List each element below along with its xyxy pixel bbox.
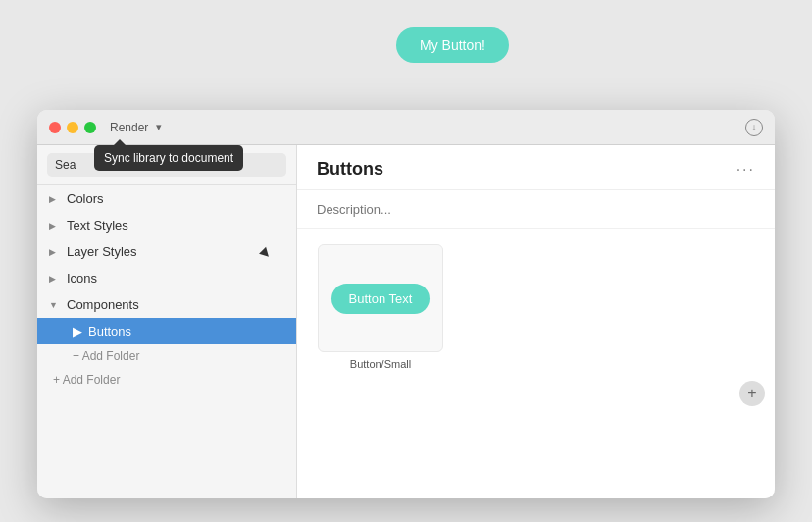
preview-button[interactable]: Button Text (331, 284, 431, 314)
add-component-button[interactable]: + (739, 381, 765, 406)
chevron-icon: ▶ (49, 194, 61, 204)
add-folder-sub-label: + Add Folder (73, 349, 139, 363)
description-input[interactable] (317, 202, 755, 217)
minimize-button[interactable] (67, 122, 78, 133)
sidebar-sub-item-buttons[interactable]: ▶ Buttons (37, 318, 296, 344)
maximize-button[interactable] (84, 122, 96, 133)
add-folder-root[interactable]: + Add Folder (37, 368, 296, 392)
main-window: Render ▾ ↓ ▶ Colors ▶ Text Styles (37, 110, 775, 498)
description-area (297, 190, 775, 229)
download-button[interactable]: ↓ (745, 119, 763, 136)
add-folder-root-label: + Add Folder (53, 373, 120, 387)
sidebar-sub-item-label: Buttons (88, 324, 131, 339)
floating-my-button[interactable]: My Button! (396, 27, 509, 63)
sidebar-item-label: Components (67, 297, 139, 312)
sidebar-item-label: Colors (67, 191, 104, 206)
component-caption: Button/Small (350, 358, 411, 370)
sidebar-item-label: Layer Styles (67, 244, 137, 259)
sidebar-item-layer-styles[interactable]: ▶ Layer Styles (37, 238, 296, 265)
main-header: Buttons ··· (297, 145, 775, 190)
more-options-button[interactable]: ··· (736, 161, 755, 179)
sidebar-item-colors[interactable]: ▶ Colors (37, 185, 296, 212)
sidebar: ▶ Colors ▶ Text Styles ▶ Layer Styles ▶ … (37, 145, 297, 498)
chevron-right-icon: ▶ (73, 324, 82, 339)
sidebar-item-label: Text Styles (67, 218, 128, 233)
component-preview: Button Text (318, 244, 443, 352)
download-icon: ↓ (752, 122, 757, 132)
title-chevron: ▾ (156, 121, 162, 133)
main-panel: Buttons ··· Button Text Button/Small (297, 145, 775, 498)
chevron-icon: ▶ (49, 221, 61, 231)
sidebar-item-components[interactable]: ▼ Components (37, 291, 296, 318)
search-input[interactable] (47, 153, 286, 177)
close-button[interactable] (49, 122, 61, 133)
components-grid: Button Text Button/Small (297, 229, 775, 498)
sidebar-item-text-styles[interactable]: ▶ Text Styles (37, 212, 296, 238)
content-area: ▶ Colors ▶ Text Styles ▶ Layer Styles ▶ … (37, 145, 775, 498)
chevron-icon: ▶ (49, 247, 61, 257)
sidebar-item-label: Icons (67, 271, 97, 286)
panel-title: Buttons (317, 159, 383, 180)
window-title: Render (110, 121, 148, 134)
search-container (37, 145, 296, 185)
sidebar-item-icons[interactable]: ▶ Icons (37, 265, 296, 291)
chevron-icon: ▼ (49, 300, 61, 310)
chevron-icon: ▶ (49, 274, 61, 284)
title-bar: Render ▾ ↓ (37, 110, 775, 145)
add-folder-sub[interactable]: + Add Folder (37, 344, 296, 368)
component-card-button-small: Button Text Button/Small (317, 244, 444, 370)
traffic-lights (49, 122, 96, 133)
